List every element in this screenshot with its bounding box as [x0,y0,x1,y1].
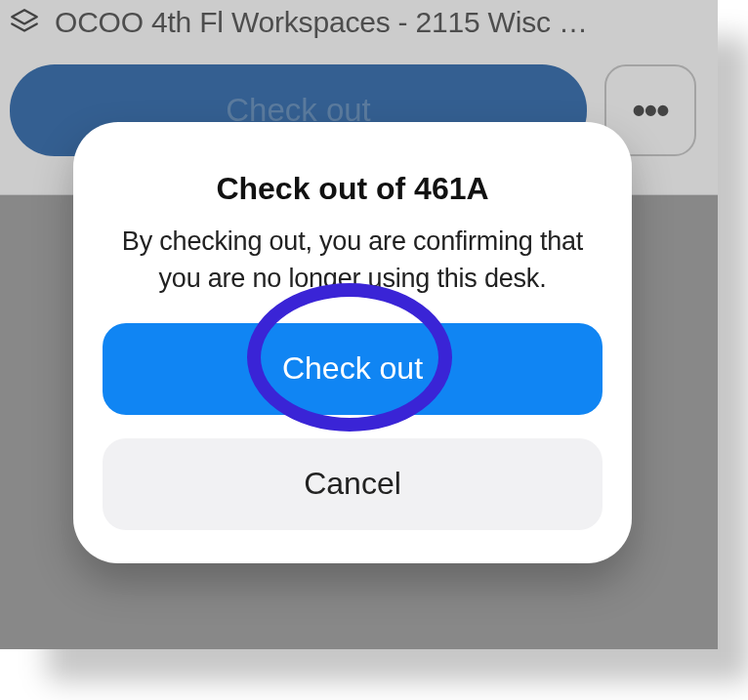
confirm-checkout-label: Check out [282,350,423,387]
checkout-dialog: Check out of 461A By checking out, you a… [73,122,632,563]
cancel-button-label: Cancel [304,466,401,502]
app-frame: OCOO 4th Fl Workspaces - 2115 Wisc … Che… [0,0,718,649]
cancel-button[interactable]: Cancel [103,438,603,530]
dialog-title: Check out of 461A [103,171,603,207]
confirm-checkout-button[interactable]: Check out [103,323,603,415]
dialog-message: By checking out, you are confirming that… [103,223,603,298]
